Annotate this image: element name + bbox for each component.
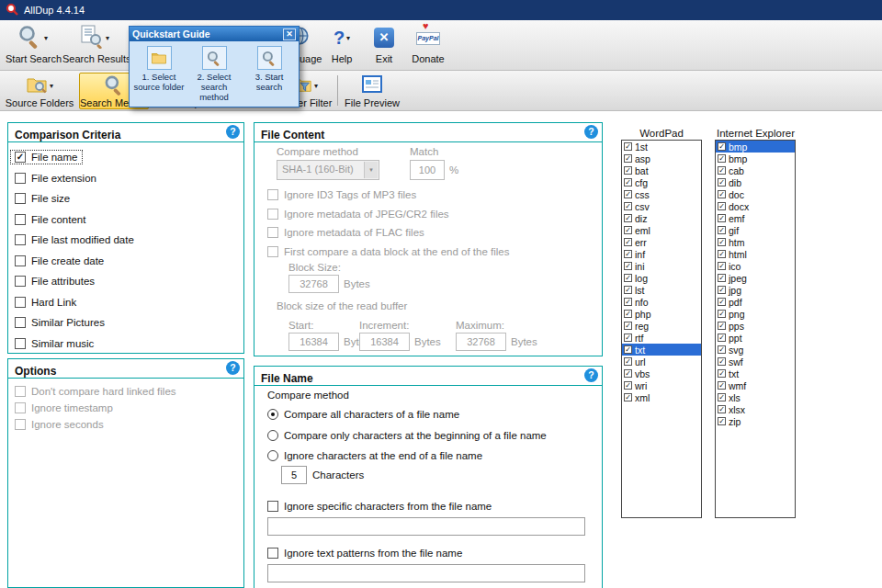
criteria-file-name[interactable]: File name [15, 147, 243, 168]
extension-item-xlsx[interactable]: ✓xlsx [716, 403, 795, 415]
checkbox-icon[interactable]: ✓ [624, 166, 632, 175]
checkbox-icon[interactable]: ✓ [718, 190, 726, 198]
chevron-down-icon[interactable]: ▾ [44, 34, 48, 42]
checkbox-icon[interactable]: ✓ [718, 274, 726, 282]
extension-item-asp[interactable]: ✓asp [622, 153, 701, 164]
extension-item-swf[interactable]: ✓swf [716, 356, 795, 368]
extension-item-wmf[interactable]: ✓wmf [716, 379, 795, 391]
checkbox-icon[interactable]: ✓ [624, 262, 632, 270]
criteria-file-last-modified-date[interactable]: File last modified date [15, 230, 243, 251]
extension-item-css[interactable]: ✓css [622, 188, 701, 200]
extension-item-bmp[interactable]: ✓bmp [716, 153, 795, 164]
radio-icon[interactable] [267, 450, 278, 461]
extension-item-wri[interactable]: ✓wri [622, 379, 701, 391]
checkbox-icon[interactable]: ✓ [718, 202, 726, 210]
extension-item-nfo[interactable]: ✓nfo [622, 296, 701, 308]
checkbox-icon[interactable]: ✓ [718, 154, 726, 163]
extension-item-dib[interactable]: ✓dib [716, 176, 795, 188]
checkbox-icon[interactable]: ✓ [718, 286, 726, 294]
chevron-down-icon[interactable]: ▾ [106, 34, 109, 42]
checkbox-icon[interactable]: ✓ [718, 310, 726, 318]
extension-item-log[interactable]: ✓log [622, 272, 701, 284]
extension-item-ppt[interactable]: ✓ppt [716, 332, 795, 344]
checkbox-icon[interactable]: ✓ [624, 154, 632, 163]
checkbox-icon[interactable]: ✓ [624, 142, 632, 151]
checkbox-icon[interactable] [15, 234, 26, 245]
criteria-file-attributes[interactable]: File attributes [15, 271, 243, 292]
checkbox-icon[interactable]: ✓ [718, 334, 726, 342]
checkbox-icon[interactable]: ✓ [624, 357, 632, 366]
checkbox-icon[interactable]: ✓ [718, 345, 726, 354]
toolbar-button-start-search[interactable]: ▾Start Search [6, 23, 59, 64]
toolbar-button-exit[interactable]: ✕Exit [366, 23, 402, 64]
help-icon[interactable]: ? [226, 125, 240, 139]
extension-item-xls[interactable]: ✓xls [716, 391, 795, 403]
radio-icon[interactable] [267, 409, 278, 420]
chevron-down-icon[interactable]: ▾ [346, 34, 350, 42]
extension-item-reg[interactable]: ✓reg [622, 320, 701, 332]
criteria-hard-link[interactable]: Hard Link [15, 292, 243, 313]
checkbox-icon[interactable]: ✓ [718, 357, 726, 366]
extension-item-pps[interactable]: ✓pps [716, 320, 795, 332]
checkbox-icon[interactable] [15, 297, 26, 308]
checkbox-icon[interactable] [15, 193, 26, 204]
extension-item-bmp[interactable]: ✓bmp [716, 141, 795, 153]
extension-item-vbs[interactable]: ✓vbs [622, 368, 701, 379]
checkbox-icon[interactable]: ✓ [624, 393, 632, 401]
extension-item-diz[interactable]: ✓diz [622, 212, 701, 224]
wordpad-extension-list[interactable]: ✓1st✓asp✓bat✓cfg✓css✓csv✓diz✓eml✓err✓inf… [621, 140, 702, 518]
toolbar-button-donate[interactable]: ♥PayPalDonate [404, 23, 452, 64]
checkbox-icon[interactable]: ✓ [718, 405, 726, 413]
criteria-similar-pictures[interactable]: Similar Pictures [15, 312, 243, 334]
toolbar-button-search-results[interactable]: ▾Search Results [62, 23, 125, 64]
checkbox-icon[interactable]: ✓ [624, 334, 632, 342]
criteria-file-size[interactable]: File size [15, 188, 243, 209]
help-icon[interactable]: ? [226, 361, 240, 375]
checkbox-icon[interactable]: ✓ [624, 369, 632, 378]
extension-item-eml[interactable]: ✓eml [622, 224, 701, 236]
checkbox-icon[interactable]: ✓ [624, 226, 632, 234]
toolbar-button-help[interactable]: ?▾Help [323, 23, 360, 64]
chevron-down-icon[interactable]: ▾ [314, 82, 318, 90]
extension-item-cab[interactable]: ✓cab [716, 164, 795, 176]
internet-explorer-extension-list[interactable]: ✓bmp✓bmp✓cab✓dib✓doc✓docx✓emf✓gif✓htm✓ht… [715, 140, 796, 518]
checkbox-icon[interactable]: ✓ [718, 214, 726, 222]
checkbox-icon[interactable] [15, 152, 26, 163]
checkbox-icon[interactable]: ✓ [624, 298, 632, 306]
checkbox-icon[interactable]: ✓ [624, 345, 632, 354]
extension-item-1st[interactable]: ✓1st [622, 141, 701, 153]
characters-input[interactable] [281, 466, 307, 484]
extension-item-txt[interactable]: ✓txt [622, 344, 701, 356]
checkbox-icon[interactable]: ✓ [624, 238, 632, 246]
extension-item-url[interactable]: ✓url [622, 356, 701, 368]
checkbox-icon[interactable] [15, 338, 26, 349]
checkbox-icon[interactable] [15, 173, 26, 184]
checkbox-icon[interactable]: ✓ [624, 274, 632, 282]
extension-item-gif[interactable]: ✓gif [716, 224, 795, 236]
chevron-down-icon[interactable]: ▾ [50, 82, 53, 90]
ignore-text-patterns-row[interactable]: Ignore text patterns from the file name [267, 548, 462, 559]
criteria-file-extension[interactable]: File extension [15, 168, 243, 189]
extension-item-htm[interactable]: ✓htm [716, 236, 795, 248]
checkbox-icon[interactable]: ✓ [718, 417, 726, 425]
criteria-file-create-date[interactable]: File create date [15, 251, 243, 272]
checkbox-icon[interactable]: ✓ [718, 178, 726, 187]
criteria-similar-music[interactable]: Similar music [15, 334, 243, 355]
extension-item-emf[interactable]: ✓emf [716, 212, 795, 224]
help-icon[interactable]: ? [584, 368, 598, 382]
extension-item-inf[interactable]: ✓inf [622, 248, 701, 260]
checkbox-icon[interactable]: ✓ [624, 381, 632, 390]
extension-item-txt[interactable]: ✓txt [716, 368, 795, 379]
checkbox-icon[interactable]: ✓ [718, 238, 726, 246]
extension-item-ico[interactable]: ✓ico [716, 260, 795, 272]
extension-item-png[interactable]: ✓png [716, 308, 795, 320]
titlebar[interactable]: AllDup 4.4.14 [0, 0, 882, 20]
checkbox-icon[interactable]: ✓ [624, 310, 632, 318]
extension-item-lst[interactable]: ✓lst [622, 284, 701, 296]
checkbox-icon[interactable] [267, 501, 278, 512]
ribbon-button-source-folders[interactable]: ▾Source Folders [4, 73, 75, 109]
extension-item-cfg[interactable]: ✓cfg [622, 176, 701, 188]
radio-compare-all-characters-of-a-file-name[interactable]: Compare all characters of a file name [267, 409, 459, 420]
extension-item-docx[interactable]: ✓docx [716, 200, 795, 212]
checkbox-icon[interactable]: ✓ [718, 250, 726, 258]
